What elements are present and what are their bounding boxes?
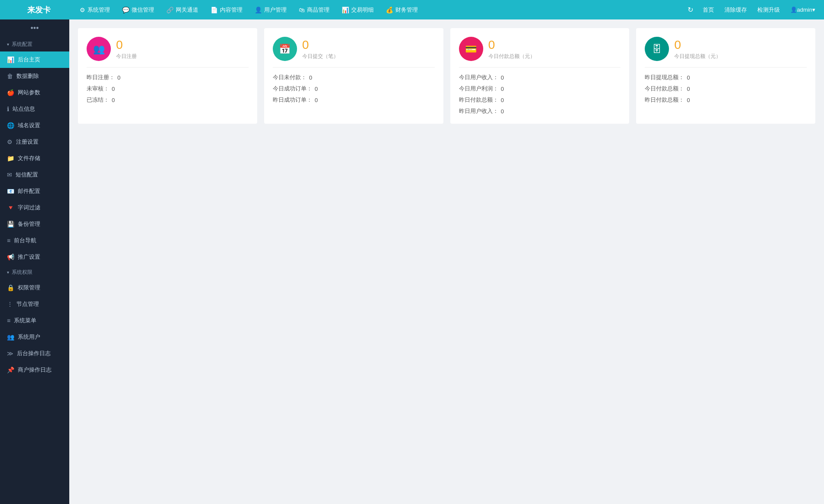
admin-button[interactable]: 👤 admin ▾ bbox=[786, 0, 820, 19]
sidebar-icon-system-menu: ≡ bbox=[7, 317, 10, 324]
nav-icon-content-mgmt: 📄 bbox=[210, 6, 218, 13]
sidebar-item-sms-config[interactable]: ✉短信配置 bbox=[0, 167, 69, 183]
sidebar-icon-site-info: ℹ bbox=[7, 106, 9, 112]
sidebar-item-email-config[interactable]: 📧邮件配置 bbox=[0, 183, 69, 199]
stat-divider bbox=[87, 67, 249, 67]
stat-row: 今日成功订单： 0 bbox=[273, 85, 435, 93]
stat-number-today-payment: 0 bbox=[488, 38, 535, 52]
stat-row: 昨日成功订单： 0 bbox=[273, 96, 435, 104]
sidebar-icon-node-mgmt: ⋮ bbox=[7, 301, 13, 308]
stat-label-today-withdraw: 今日提现总额（元） bbox=[674, 53, 721, 60]
nav-item-transaction[interactable]: 📊交易明细 bbox=[336, 0, 380, 19]
stat-row: 已冻结： 0 bbox=[87, 96, 249, 104]
nav-icon-product-mgmt: 🛍 bbox=[299, 6, 305, 13]
stat-details-today-payment: 今日用户收入： 0 今日用户利润： 0 昨日付款总额： 0 昨日用户收入： 0 bbox=[459, 74, 621, 115]
dropdown-icon: ▾ bbox=[812, 6, 815, 13]
group-arrow: ▾ bbox=[7, 270, 9, 275]
right-actions: ↻ 首页 清除缓存 检测升级 👤 admin ▾ bbox=[684, 0, 820, 19]
top-nav: 来发卡 ⚙系统管理💬微信管理🔗网关通道📄内容管理👤用户管理🛍商品管理📊交易明细💰… bbox=[0, 0, 824, 19]
stat-details-today-submit: 今日未付款： 0 今日成功订单： 0 昨日成功订单： 0 bbox=[273, 74, 435, 104]
stat-icon-today-payment bbox=[459, 37, 483, 61]
nav-item-product-mgmt[interactable]: 🛍商品管理 bbox=[293, 0, 336, 19]
sidebar-item-node-mgmt[interactable]: ⋮节点管理 bbox=[0, 296, 69, 312]
stat-card-header: 0 今日付款总额（元） bbox=[459, 37, 621, 61]
stat-divider bbox=[273, 67, 435, 67]
nav-item-finance[interactable]: 💰财务管理 bbox=[380, 0, 424, 19]
stat-card-header: 0 今日提交（笔） bbox=[273, 37, 435, 61]
nav-icon-user-mgmt: 👤 bbox=[255, 6, 262, 13]
nav-item-gateway[interactable]: 🔗网关通道 bbox=[160, 0, 204, 19]
sidebar-icon-site-params: 🍎 bbox=[7, 89, 14, 96]
sidebar-icon-domain-settings: 🌐 bbox=[7, 122, 14, 129]
clear-cache-button[interactable]: 清除缓存 bbox=[720, 0, 751, 19]
nav-item-wechat-mgmt[interactable]: 💬微信管理 bbox=[116, 0, 160, 19]
sidebar-group-title: ▾系统配置 bbox=[0, 37, 69, 51]
stat-row: 昨日注册： 0 bbox=[87, 74, 249, 81]
stat-icon-today-submit bbox=[273, 37, 297, 61]
sidebar-icon-merchant-log: 📌 bbox=[7, 366, 14, 373]
nav-item-content-mgmt[interactable]: 📄内容管理 bbox=[204, 0, 249, 19]
nav-icon-finance: 💰 bbox=[386, 6, 393, 13]
sidebar-item-word-filter[interactable]: 🔻字词过滤 bbox=[0, 199, 69, 216]
sidebar-icon-promo-settings: 📢 bbox=[7, 254, 14, 260]
sidebar-item-system-menu[interactable]: ≡系统菜单 bbox=[0, 312, 69, 329]
stat-divider bbox=[645, 67, 807, 67]
sidebar-item-backend-log[interactable]: ≫后台操作日志 bbox=[0, 345, 69, 362]
sidebar-item-system-users[interactable]: 👥系统用户 bbox=[0, 329, 69, 345]
stat-card-header: 0 今日提现总额（元） bbox=[645, 37, 807, 61]
sidebar-icon-backup-mgmt: 💾 bbox=[7, 221, 14, 228]
stat-card-today-payment: 0 今日付款总额（元） 今日用户收入： 0 今日用户利润： 0 昨日付款总额： … bbox=[450, 28, 630, 124]
sidebar-icon-permission-mgmt: 🔒 bbox=[7, 284, 14, 291]
stat-row: 昨日用户收入： 0 bbox=[459, 107, 621, 115]
stat-details-today-withdraw: 昨日提现总额： 0 今日付款总额： 0 昨日付款总额： 0 bbox=[645, 74, 807, 104]
sidebar-icon-backend-home: 📊 bbox=[7, 56, 14, 63]
stat-divider bbox=[459, 67, 621, 67]
sidebar-item-backend-home[interactable]: 📊后台主页 bbox=[0, 51, 69, 68]
sidebar-item-site-info[interactable]: ℹ站点信息 bbox=[0, 101, 69, 117]
nav-item-user-mgmt[interactable]: 👤用户管理 bbox=[249, 0, 293, 19]
sidebar-item-backup-mgmt[interactable]: 💾备份管理 bbox=[0, 216, 69, 232]
sidebar-item-file-storage[interactable]: 📁文件存储 bbox=[0, 150, 69, 167]
stat-row: 今日用户利润： 0 bbox=[459, 85, 621, 93]
sidebar-dots[interactable]: ••• bbox=[0, 19, 69, 37]
nav-icon-gateway: 🔗 bbox=[166, 6, 174, 13]
sidebar-icon-front-nav: ≡ bbox=[7, 237, 10, 244]
sidebar-item-register-settings[interactable]: ⚙注册设置 bbox=[0, 134, 69, 150]
sidebar-item-permission-mgmt[interactable]: 🔒权限管理 bbox=[0, 279, 69, 296]
sidebar-item-site-params[interactable]: 🍎网站参数 bbox=[0, 84, 69, 101]
nav-icon-system-mgmt: ⚙ bbox=[80, 6, 85, 13]
sidebar: ••• ▾系统配置📊后台主页🗑数据删除🍎网站参数ℹ站点信息🌐域名设置⚙注册设置📁… bbox=[0, 19, 69, 504]
stat-details-today-register: 昨日注册： 0 未审核： 0 已冻结： 0 bbox=[87, 74, 249, 104]
sidebar-item-front-nav[interactable]: ≡前台导航 bbox=[0, 232, 69, 249]
stat-number-today-submit: 0 bbox=[302, 38, 339, 52]
main-layout: ••• ▾系统配置📊后台主页🗑数据删除🍎网站参数ℹ站点信息🌐域名设置⚙注册设置📁… bbox=[0, 19, 824, 504]
stat-icon-today-withdraw bbox=[645, 37, 669, 61]
stats-cards-row: 0 今日注册 昨日注册： 0 未审核： 0 已冻结： 0 0 bbox=[78, 28, 815, 124]
sidebar-icon-word-filter: 🔻 bbox=[7, 204, 14, 211]
stat-row: 未审核： 0 bbox=[87, 85, 249, 93]
stat-card-today-submit: 0 今日提交（笔） 今日未付款： 0 今日成功订单： 0 昨日成功订单： 0 bbox=[264, 28, 443, 124]
stat-row: 今日未付款： 0 bbox=[273, 74, 435, 81]
stat-label-today-register: 今日注册 bbox=[116, 53, 137, 60]
nav-item-system-mgmt[interactable]: ⚙系统管理 bbox=[74, 0, 116, 19]
app-logo: 来发卡 bbox=[4, 5, 74, 15]
sidebar-item-promo-settings[interactable]: 📢推广设置 bbox=[0, 249, 69, 265]
stat-card-today-withdraw: 0 今日提现总额（元） 昨日提现总额： 0 今日付款总额： 0 昨日付款总额： … bbox=[636, 28, 815, 124]
sidebar-icon-system-users: 👥 bbox=[7, 334, 14, 340]
stat-card-header: 0 今日注册 bbox=[87, 37, 249, 61]
check-upgrade-button[interactable]: 检测升级 bbox=[753, 0, 784, 19]
stat-card-today-register: 0 今日注册 昨日注册： 0 未审核： 0 已冻结： 0 bbox=[78, 28, 257, 124]
group-arrow: ▾ bbox=[7, 42, 9, 47]
sidebar-group-title: ▾系统权限 bbox=[0, 265, 69, 279]
stat-row: 昨日付款总额： 0 bbox=[459, 96, 621, 104]
sidebar-item-data-delete[interactable]: 🗑数据删除 bbox=[0, 68, 69, 84]
sidebar-item-merchant-log[interactable]: 📌商户操作日志 bbox=[0, 362, 69, 378]
main-content: 0 今日注册 昨日注册： 0 未审核： 0 已冻结： 0 0 bbox=[69, 19, 824, 504]
nav-items: ⚙系统管理💬微信管理🔗网关通道📄内容管理👤用户管理🛍商品管理📊交易明细💰财务管理 bbox=[74, 0, 684, 19]
refresh-icon[interactable]: ↻ bbox=[684, 0, 697, 19]
nav-icon-wechat-mgmt: 💬 bbox=[122, 6, 129, 13]
admin-icon: 👤 bbox=[790, 6, 797, 13]
home-button[interactable]: 首页 bbox=[698, 0, 718, 19]
sidebar-icon-register-settings: ⚙ bbox=[7, 138, 13, 145]
sidebar-item-domain-settings[interactable]: 🌐域名设置 bbox=[0, 117, 69, 134]
